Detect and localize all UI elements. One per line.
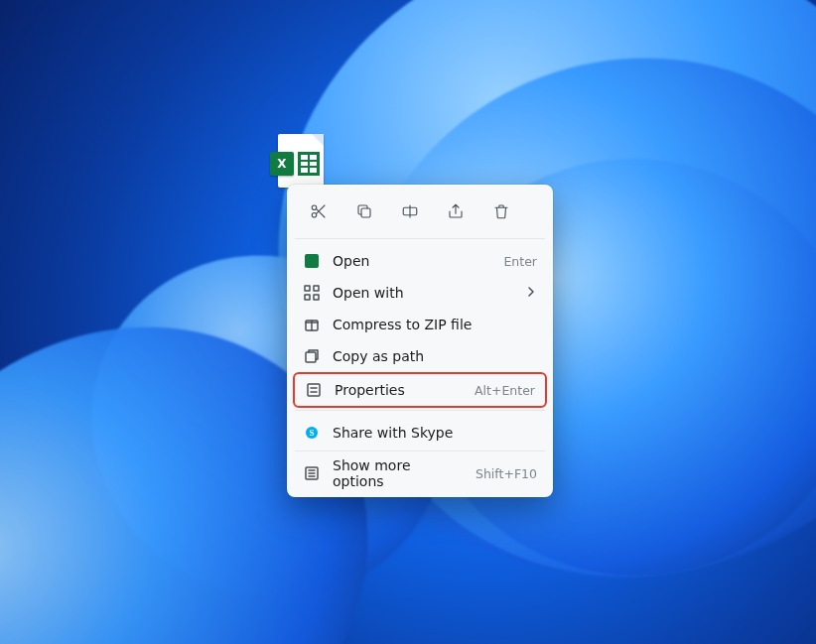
menu-separator <box>295 238 545 239</box>
svg-rect-2 <box>361 208 370 217</box>
skype-icon: S <box>303 424 321 442</box>
menu-separator <box>295 451 545 451</box>
svg-rect-6 <box>314 286 319 291</box>
excel-badge-icon: X <box>270 152 294 176</box>
trash-icon <box>492 202 510 220</box>
copy-icon <box>355 202 373 220</box>
menu-separator <box>295 410 545 411</box>
open-with-icon <box>303 284 321 302</box>
svg-rect-11 <box>308 384 320 396</box>
delete-button[interactable] <box>483 196 519 226</box>
scissors-icon <box>310 202 328 220</box>
copy-path-icon <box>303 347 321 365</box>
spreadsheet-icon <box>298 152 320 176</box>
menu-item-share-skype[interactable]: S Share with Skype <box>295 417 545 449</box>
file-thumbnail: X <box>278 134 324 188</box>
more-options-icon <box>303 464 321 482</box>
app-icon <box>303 252 321 270</box>
menu-item-compress[interactable]: Compress to ZIP file <box>295 309 545 340</box>
properties-icon <box>305 381 323 399</box>
svg-rect-10 <box>306 352 316 362</box>
menu-item-more-options[interactable]: Show more options Shift+F10 <box>295 457 545 489</box>
menu-item-open-with[interactable]: Open with <box>295 277 545 309</box>
menu-label: Share with Skype <box>333 425 537 441</box>
svg-rect-7 <box>305 295 310 300</box>
menu-label: Show more options <box>333 457 464 489</box>
share-button[interactable] <box>438 196 474 226</box>
menu-item-open[interactable]: Open Enter <box>295 245 545 277</box>
svg-rect-4 <box>305 254 319 268</box>
svg-rect-5 <box>305 286 310 291</box>
menu-label: Copy as path <box>333 348 537 364</box>
menu-item-properties[interactable]: Properties Alt+Enter <box>293 372 547 408</box>
menu-shortcut: Alt+Enter <box>475 383 535 398</box>
context-toolbar <box>295 193 545 236</box>
menu-item-copy-path[interactable]: Copy as path <box>295 340 545 372</box>
menu-label: Open <box>333 253 491 269</box>
chevron-right-icon <box>525 285 537 301</box>
svg-text:S: S <box>309 428 314 438</box>
cut-button[interactable] <box>301 196 337 226</box>
menu-shortcut: Enter <box>503 254 537 269</box>
menu-label: Compress to ZIP file <box>333 317 537 332</box>
context-menu: Open Enter Open with Compress to ZIP fil… <box>287 185 553 497</box>
rename-button[interactable] <box>392 196 428 226</box>
menu-label: Open with <box>333 285 513 301</box>
svg-rect-8 <box>314 295 319 300</box>
zip-icon <box>303 316 321 333</box>
rename-icon <box>401 202 419 220</box>
copy-button[interactable] <box>346 196 382 226</box>
menu-shortcut: Shift+F10 <box>476 466 537 481</box>
menu-label: Properties <box>335 382 463 398</box>
share-icon <box>447 202 465 220</box>
